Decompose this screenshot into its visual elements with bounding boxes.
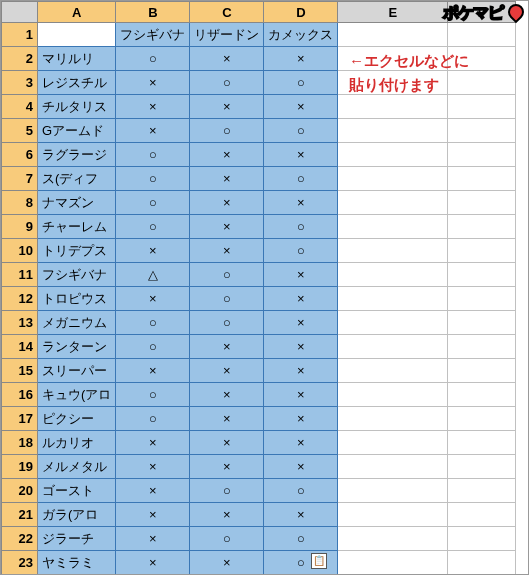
row-header[interactable]: 15	[2, 359, 38, 383]
cell-E[interactable]	[338, 263, 448, 287]
cell-F[interactable]	[448, 383, 516, 407]
cell-D[interactable]: ○	[264, 479, 338, 503]
cell-D[interactable]: ×	[264, 263, 338, 287]
cell-F[interactable]	[448, 455, 516, 479]
cell-D[interactable]: ×	[264, 335, 338, 359]
cell-B[interactable]: ○	[116, 191, 190, 215]
cell-C[interactable]: ×	[190, 359, 264, 383]
cell-E[interactable]	[338, 503, 448, 527]
cell-F[interactable]	[448, 119, 516, 143]
cell-D[interactable]: ○	[264, 119, 338, 143]
cell-E[interactable]	[338, 215, 448, 239]
cell-F[interactable]	[448, 431, 516, 455]
cell-E[interactable]	[338, 191, 448, 215]
cell-D[interactable]: ○	[264, 215, 338, 239]
cell-D[interactable]: ○	[264, 239, 338, 263]
cell-B[interactable]: ○	[116, 407, 190, 431]
cell-E[interactable]	[338, 335, 448, 359]
cell-A[interactable]	[38, 23, 116, 47]
cell-B[interactable]: ×	[116, 431, 190, 455]
cell-E[interactable]	[338, 95, 448, 119]
cell-F[interactable]	[448, 191, 516, 215]
cell-D[interactable]: ×	[264, 191, 338, 215]
cell-A[interactable]: ジラーチ	[38, 527, 116, 551]
cell-D[interactable]: ×	[264, 455, 338, 479]
cell-E[interactable]	[338, 479, 448, 503]
cell-C[interactable]: ×	[190, 551, 264, 575]
cell-C[interactable]: ○	[190, 71, 264, 95]
cell-D[interactable]: ×	[264, 311, 338, 335]
select-all-corner[interactable]	[2, 2, 38, 23]
cell-F[interactable]	[448, 95, 516, 119]
cell-B[interactable]: ○	[116, 335, 190, 359]
row-header[interactable]: 5	[2, 119, 38, 143]
row-header[interactable]: 8	[2, 191, 38, 215]
cell-C[interactable]: ○	[190, 287, 264, 311]
cell-B[interactable]: ×	[116, 119, 190, 143]
row-header[interactable]: 14	[2, 335, 38, 359]
cell-A[interactable]: チャーレム	[38, 215, 116, 239]
cell-D[interactable]: ×	[264, 287, 338, 311]
cell-B[interactable]: ×	[116, 287, 190, 311]
cell-A[interactable]: ス(ディフ	[38, 167, 116, 191]
cell-E[interactable]	[338, 383, 448, 407]
cell-F[interactable]	[448, 479, 516, 503]
cell-F[interactable]	[448, 239, 516, 263]
row-header[interactable]: 23	[2, 551, 38, 575]
cell-E[interactable]	[338, 407, 448, 431]
row-header[interactable]: 13	[2, 311, 38, 335]
cell-B[interactable]: ○	[116, 311, 190, 335]
cell-E[interactable]	[338, 239, 448, 263]
cell-F[interactable]	[448, 215, 516, 239]
cell-B[interactable]: ○	[116, 383, 190, 407]
cell-D[interactable]: ○	[264, 167, 338, 191]
cell-C[interactable]: ○	[190, 263, 264, 287]
cell-B[interactable]: ×	[116, 527, 190, 551]
cell-D[interactable]: ○	[264, 71, 338, 95]
cell-F[interactable]	[448, 143, 516, 167]
row-header[interactable]: 20	[2, 479, 38, 503]
cell-F[interactable]	[448, 359, 516, 383]
cell-C[interactable]: ×	[190, 191, 264, 215]
row-header[interactable]: 1	[2, 23, 38, 47]
cell-F[interactable]	[448, 263, 516, 287]
cell-B[interactable]: ○	[116, 143, 190, 167]
row-header[interactable]: 19	[2, 455, 38, 479]
cell-F[interactable]	[448, 23, 516, 47]
row-header[interactable]: 2	[2, 47, 38, 71]
cell-A[interactable]: トリデプス	[38, 239, 116, 263]
cell-F[interactable]	[448, 551, 516, 575]
cell-D[interactable]: ×	[264, 47, 338, 71]
cell-E[interactable]	[338, 119, 448, 143]
cell-D[interactable]: カメックス	[264, 23, 338, 47]
cell-D[interactable]: ×	[264, 431, 338, 455]
cell-F[interactable]	[448, 407, 516, 431]
cell-A[interactable]: トロピウス	[38, 287, 116, 311]
cell-A[interactable]: ピクシー	[38, 407, 116, 431]
cell-F[interactable]	[448, 503, 516, 527]
cell-B[interactable]: ×	[116, 71, 190, 95]
cell-C[interactable]: ○	[190, 527, 264, 551]
cell-B[interactable]: △	[116, 263, 190, 287]
cell-E[interactable]	[338, 143, 448, 167]
row-header[interactable]: 16	[2, 383, 38, 407]
cell-D[interactable]: ○	[264, 527, 338, 551]
cell-A[interactable]: ラグラージ	[38, 143, 116, 167]
cell-C[interactable]: ×	[190, 431, 264, 455]
cell-C[interactable]: ○	[190, 479, 264, 503]
row-header[interactable]: 3	[2, 71, 38, 95]
row-header[interactable]: 21	[2, 503, 38, 527]
cell-F[interactable]	[448, 335, 516, 359]
cell-D[interactable]: ×	[264, 407, 338, 431]
col-header-B[interactable]: B	[116, 2, 190, 23]
cell-B[interactable]: ○	[116, 47, 190, 71]
cell-B[interactable]: ×	[116, 503, 190, 527]
cell-E[interactable]	[338, 359, 448, 383]
cell-A[interactable]: ゴースト	[38, 479, 116, 503]
cell-F[interactable]	[448, 167, 516, 191]
row-header[interactable]: 22	[2, 527, 38, 551]
row-header[interactable]: 7	[2, 167, 38, 191]
cell-C[interactable]: ×	[190, 239, 264, 263]
cell-D[interactable]: ×	[264, 143, 338, 167]
cell-A[interactable]: ガラ(アロ	[38, 503, 116, 527]
